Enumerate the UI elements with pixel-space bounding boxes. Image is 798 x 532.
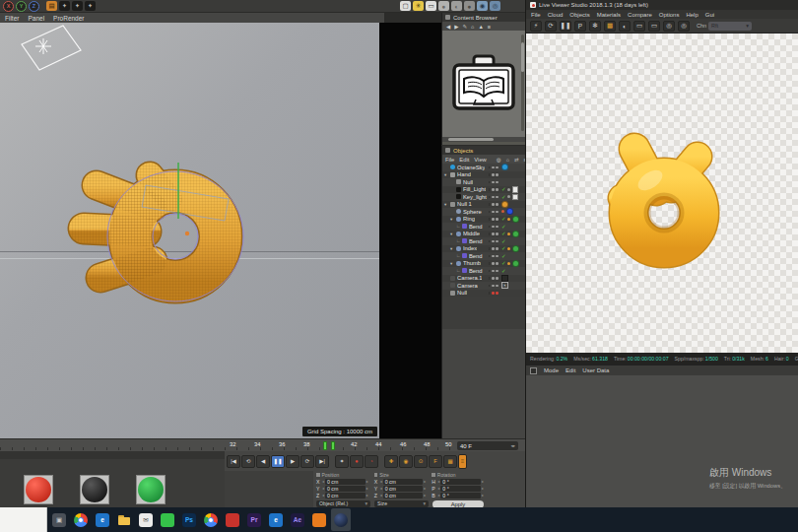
taskbar-photoshop[interactable]: Ps: [179, 508, 199, 531]
taskbar-edge[interactable]: e: [93, 508, 112, 531]
state-dot-icon[interactable]: [507, 262, 510, 265]
stepper-left[interactable]: ◂: [322, 479, 324, 484]
loop-mode-button[interactable]: ⟲: [241, 455, 255, 468]
material-red[interactable]: [24, 475, 53, 504]
enabled-check-icon[interactable]: ✓: [501, 254, 506, 258]
settings-icon[interactable]: ✻: [589, 21, 601, 32]
stepper-right[interactable]: ▸: [366, 486, 368, 491]
floor-object-icon[interactable]: ▭: [426, 1, 436, 11]
tag-square-icon[interactable]: [512, 186, 519, 193]
state-dot-icon[interactable]: [507, 247, 510, 250]
state-dot-icon[interactable]: [507, 218, 510, 221]
tag-ball-icon[interactable]: [512, 231, 519, 237]
lv-menu-cloud[interactable]: Cloud: [548, 12, 564, 18]
record-key-icon[interactable]: ✦: [59, 1, 70, 11]
cube-object-icon[interactable]: ▢: [400, 1, 411, 11]
key-scale-button[interactable]: ◉: [399, 455, 413, 468]
key-parameter-button[interactable]: F: [429, 455, 442, 468]
coord-value[interactable]: 0 cm: [383, 479, 424, 485]
expand-arrow-icon[interactable]: ▾: [444, 172, 448, 177]
taskbar-after-effects[interactable]: Ae: [288, 508, 307, 531]
coord-mode-dropdown[interactable]: Object (Rel.)▾: [316, 500, 370, 507]
taskbar-orange-app[interactable]: [309, 508, 329, 531]
enabled-check-icon[interactable]: ✓: [501, 187, 506, 191]
pick-material-icon[interactable]: ◎: [663, 21, 675, 32]
expand-arrow-icon[interactable]: ▾: [450, 246, 454, 251]
visibility-dots[interactable]: [489, 203, 499, 206]
visibility-dots[interactable]: [489, 173, 499, 176]
expand-arrow-icon[interactable]: ▾: [450, 217, 454, 222]
tree-item-null[interactable]: Null: [442, 290, 525, 298]
pause-button[interactable]: ❚❚: [271, 455, 285, 468]
tree-item-bend[interactable]: ∟Bend✓: [442, 267, 525, 275]
coord-size-dropdown[interactable]: Size▾: [374, 500, 429, 507]
autokey-button[interactable]: ●: [350, 455, 364, 468]
visibility-dots[interactable]: [489, 218, 499, 221]
materials-header[interactable]: [0, 451, 225, 459]
coord-value[interactable]: 0 °: [440, 486, 481, 492]
content-browser-hscrollbar[interactable]: [442, 137, 525, 142]
region-render-icon[interactable]: ▭: [633, 21, 645, 32]
visibility-dots[interactable]: [489, 181, 499, 184]
film-region-icon[interactable]: ▭: [648, 21, 660, 32]
enabled-check-icon[interactable]: ✓: [501, 217, 506, 221]
lock-resolution-icon[interactable]: ▩: [604, 21, 616, 32]
cb-toolbar-icon-3[interactable]: ⌂: [471, 24, 474, 30]
stepper-left[interactable]: ◂: [322, 493, 324, 498]
tag-ball-icon[interactable]: [501, 201, 508, 208]
record-key3-icon[interactable]: ✦: [85, 1, 96, 11]
stepper-right[interactable]: ▸: [424, 493, 426, 498]
visibility-dots[interactable]: [489, 233, 499, 235]
visibility-dots[interactable]: [489, 188, 499, 191]
taskbar-chrome[interactable]: [201, 508, 221, 531]
objects-toolbar-icon-2[interactable]: ⇄: [514, 157, 519, 163]
tree-item-camera-1[interactable]: Camera.1: [442, 275, 525, 283]
key-pla-button[interactable]: ▦: [443, 455, 457, 468]
tag-ball-icon[interactable]: [512, 245, 519, 252]
objects-menu-edit[interactable]: Edit: [459, 157, 469, 163]
stepper-left[interactable]: ◂: [437, 479, 439, 484]
stepper-left[interactable]: ◂: [380, 479, 382, 484]
expand-arrow-icon[interactable]: ▾: [450, 261, 454, 266]
tag-icons[interactable]: ✓: [501, 231, 525, 237]
visibility-dots[interactable]: [489, 270, 499, 273]
tag-icons[interactable]: [501, 201, 525, 208]
stepper-right[interactable]: ▸: [482, 479, 484, 484]
tree-item-sphere[interactable]: Sphere: [442, 208, 525, 216]
stepper-left[interactable]: ◂: [380, 493, 382, 498]
solo-button[interactable]: ≡: [458, 454, 467, 469]
light-object-icon[interactable]: ✳: [413, 1, 424, 11]
visibility-dots[interactable]: [489, 240, 499, 243]
axis-lock-z[interactable]: Z: [29, 1, 39, 12]
coordinate-system-icon[interactable]: ▤: [46, 1, 57, 11]
taskbar-cinema4d[interactable]: [331, 508, 351, 531]
pause-render-icon[interactable]: ❚❚: [560, 21, 571, 32]
playhead-marker[interactable]: [323, 441, 327, 450]
coord-value[interactable]: 0 °: [440, 493, 481, 499]
sphere-dark-icon[interactable]: ●: [464, 1, 475, 11]
taskbar-defender[interactable]: [71, 508, 91, 531]
visibility-dots[interactable]: [489, 226, 499, 229]
crossed-tag-icon[interactable]: ✕: [501, 282, 508, 289]
tag-ball-icon[interactable]: [512, 260, 519, 267]
tag-icons[interactable]: ✓: [501, 269, 525, 273]
expand-arrow-icon[interactable]: ▾: [444, 202, 448, 207]
enabled-check-icon[interactable]: ✓: [501, 232, 506, 235]
viewport-menu-panel[interactable]: Panel: [28, 15, 44, 22]
objects-toolbar-icon-0[interactable]: ◍: [497, 157, 501, 163]
tree-item-ring[interactable]: ▾Ring✓: [442, 216, 525, 224]
tag-icons[interactable]: ✓: [501, 216, 525, 223]
goto-end-button[interactable]: ▶|: [315, 455, 329, 468]
tree-item-bend[interactable]: ∟Bend✓: [442, 237, 525, 245]
stepper-left[interactable]: ◂: [322, 486, 324, 491]
render-view[interactable]: [526, 33, 798, 353]
coord-value[interactable]: 0 cm: [325, 479, 366, 485]
tag-icons[interactable]: [501, 164, 525, 170]
coord-value[interactable]: 0 °: [440, 479, 481, 485]
tree-item-null[interactable]: Null: [442, 178, 525, 186]
viewport-menu-prorender[interactable]: ProRender: [53, 15, 84, 22]
visibility-dots[interactable]: [489, 285, 499, 288]
taskbar-premiere[interactable]: Pr: [244, 508, 264, 531]
coord-value[interactable]: 0 cm: [383, 493, 424, 499]
state-dot-icon[interactable]: [501, 210, 504, 213]
